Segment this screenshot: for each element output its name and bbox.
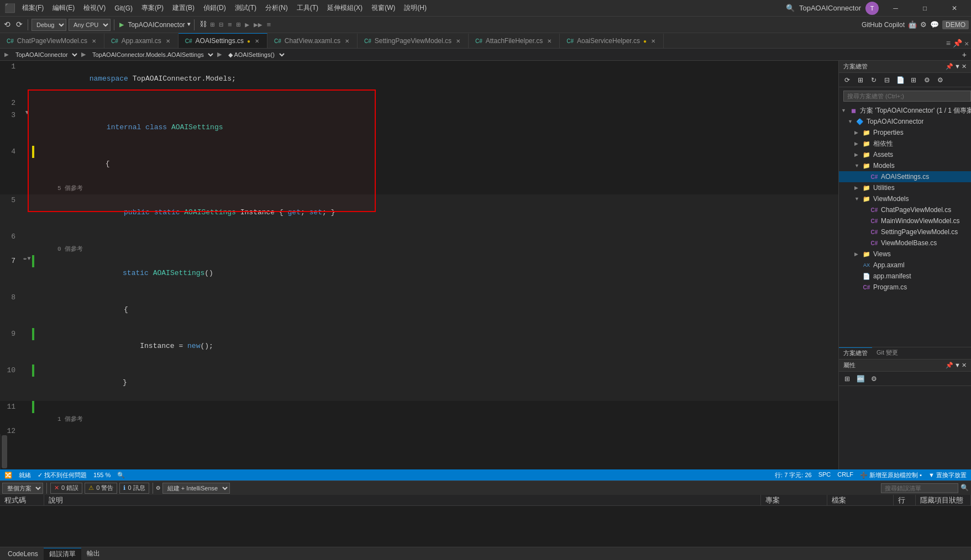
error-search-input[interactable] [881, 483, 958, 493]
minimize-button[interactable]: ─ [883, 0, 908, 17]
title-bar-menu-tools[interactable]: 工具(T) [295, 3, 321, 13]
scrollbar-thumb[interactable] [2, 435, 7, 468]
title-bar-menu-build[interactable]: 建置(B) [170, 3, 197, 13]
maximize-button[interactable]: □ [912, 0, 937, 17]
title-bar-menu-file[interactable]: 檔案(F) [20, 3, 46, 13]
title-bar-menu-project[interactable]: 專案(P) [139, 3, 166, 13]
build-filter-select[interactable]: 組建 + IntelliSense [162, 483, 230, 494]
add-file-icon[interactable]: + [962, 50, 967, 59]
tab-aoaisettings[interactable]: C# AOAISettings.cs ● ✕ [179, 33, 267, 48]
prop-dropdown-icon[interactable]: ▼ [954, 362, 960, 369]
close-button[interactable]: ✕ [942, 0, 967, 17]
tree-item-project[interactable]: ▼ 🔷 TopAOAIConnector [839, 116, 971, 127]
tree-item-program[interactable]: ▶ C# Program.cs [839, 282, 971, 293]
tree-item-utilities[interactable]: ▶ 📁 Utilities [839, 182, 971, 193]
tree-item-solution[interactable]: ▼ ◼ 方案 'TopAOAIConnector' (1 / 1 個專案) [839, 105, 971, 116]
settings-icon[interactable]: ⚙ [920, 20, 927, 29]
se-refresh-btn[interactable]: ↻ [868, 75, 880, 86]
project-nav-select[interactable]: TopAOAIConnector [11, 49, 79, 61]
debug-mode-select[interactable]: Debug [32, 19, 66, 31]
namespace-nav-select[interactable]: TopAOAIConnector.Models.AOAISettings [88, 49, 215, 61]
new-item-button[interactable]: ➕ 新增至原始檔控制 ▪ [860, 471, 922, 479]
toolbar-redo-icon[interactable]: ⟳ [14, 20, 24, 29]
tree-item-views[interactable]: ▶ 📁 Views [839, 249, 971, 260]
toolbar-undo-icon[interactable]: ⟲ [2, 20, 12, 29]
error-col-file[interactable]: 檔案 [827, 495, 894, 505]
feedback-icon[interactable]: 💬 [930, 20, 939, 29]
no-issues-indicator[interactable]: ✓ 找不到任何問題 [38, 471, 87, 479]
bottom-tab-output[interactable]: 輸出 [81, 548, 106, 560]
error-col-desc[interactable]: 說明 [44, 495, 761, 505]
filter-options-icon[interactable]: ⚙ [156, 484, 160, 492]
copilot-icon[interactable]: 🤖 [908, 20, 917, 29]
pin-icon[interactable]: 📌 [953, 39, 962, 48]
tab-solution-explorer-bottom[interactable]: 方案總管 [839, 347, 872, 359]
tree-item-properties[interactable]: ▶ 📁 Properties [839, 127, 971, 138]
bottom-tab-errorlist[interactable]: 錯誤清單 [44, 548, 81, 560]
platform-select[interactable]: Any CPU [69, 19, 111, 31]
close-panel-icon[interactable]: ✕ [964, 39, 969, 48]
tab-aoaiservicehelper[interactable]: C# AoaiServiceHelper.cs ● ✕ [560, 34, 664, 48]
tree-item-deps[interactable]: ▶ 📁 相依性 [839, 138, 971, 149]
tree-item-settingpageviewmodel[interactable]: ▶ C# SettingPageViewModel.cs [839, 226, 971, 237]
tab-appaxaml-close[interactable]: ✕ [165, 38, 171, 44]
se-showfile-btn[interactable]: 📄 [894, 75, 906, 86]
zoom-level[interactable]: 155 % [93, 472, 111, 478]
error-col-hidden[interactable]: 隱藏項目狀態 [916, 495, 971, 505]
github-copilot-label[interactable]: GitHub Copilot [862, 21, 905, 29]
se-git-btn[interactable]: ⚙ [921, 75, 933, 86]
warning-count-button[interactable]: ⚠ 0 警告 [85, 483, 117, 494]
se-collapse-btn[interactable]: ⊟ [881, 75, 893, 86]
panel-pin-icon[interactable]: 📌 [946, 63, 953, 70]
readonly-toggle[interactable]: ▼ 置換字放置 [928, 471, 967, 479]
title-bar-menu-window[interactable]: 視窗(W) [369, 3, 397, 13]
title-bar-menu-test[interactable]: 測試(T) [233, 3, 259, 13]
error-col-project[interactable]: 專案 [761, 495, 827, 505]
tab-chatpageviewmodel-close[interactable]: ✕ [91, 38, 97, 44]
prop-settings-btn[interactable]: ⚙ [868, 373, 880, 384]
tab-attachfilehelper[interactable]: C# AttachFileHelper.cs ✕ [469, 34, 560, 48]
collapse-icon-3[interactable]: ▼ [25, 109, 29, 116]
tab-git-changes-bottom[interactable]: Git 變更 [872, 347, 902, 359]
tab-attachfilehelper-close[interactable]: ✕ [546, 38, 553, 44]
title-bar-menu-view[interactable]: 檢視(V) [81, 3, 108, 13]
user-avatar[interactable]: T [865, 2, 879, 15]
tab-aoaisettings-close[interactable]: ✕ [254, 38, 260, 44]
se-filter-btn[interactable]: ⊞ [907, 75, 920, 86]
encoding-indicator[interactable]: SPC [818, 471, 831, 479]
title-bar-menu-edit[interactable]: 編輯(E) [50, 3, 77, 13]
error-scope-select[interactable]: 整個方案 [2, 483, 43, 494]
se-settings-btn[interactable]: ⚙ [934, 75, 946, 86]
panel-dropdown-icon[interactable]: ▼ [954, 63, 960, 70]
error-col-code[interactable]: 程式碼 [0, 495, 44, 505]
title-bar-menu-extensions[interactable]: 延伸模組(X) [325, 3, 365, 13]
tree-item-models[interactable]: ▼ 📁 Models [839, 160, 971, 171]
tree-item-appmanifest[interactable]: ▶ 📄 app.manifest [839, 271, 971, 282]
prop-alpha-btn[interactable]: 🔤 [854, 373, 867, 384]
tree-item-aoaisettings[interactable]: ▶ C# AOAISettings.cs [839, 171, 971, 182]
tab-chatpageviewmodel[interactable]: C# ChatPageViewModel.cs ✕ [0, 34, 104, 48]
editor-scrollbar[interactable] [0, 434, 8, 469]
error-col-line[interactable]: 行 [894, 495, 916, 505]
tab-settingpageviewmodel[interactable]: C# SettingPageViewModel.cs ✕ [358, 34, 469, 48]
tree-item-viewmodelbase[interactable]: ▶ C# ViewModelBase.cs [839, 237, 971, 249]
code-editor[interactable]: 1 namespace TopAOAIConnector.Models; 2 [0, 61, 838, 434]
tree-item-chatpageviewmodel[interactable]: ▶ C# ChatPageViewModel.cs [839, 204, 971, 215]
tab-aoaiservicehelper-close[interactable]: ✕ [650, 38, 657, 44]
tab-appaxaml[interactable]: C# App.axaml.cs ✕ [104, 34, 179, 48]
se-search-input[interactable] [843, 91, 971, 102]
title-bar-menu-analyze[interactable]: 分析(N) [263, 3, 290, 13]
tree-item-assets[interactable]: ▶ 📁 Assets [839, 149, 971, 160]
se-sync-btn[interactable]: ⟳ [841, 75, 853, 86]
tab-settingpageviewmodel-close[interactable]: ✕ [455, 38, 461, 44]
prop-categories-btn[interactable]: ⊞ [841, 373, 853, 384]
prop-pin-icon[interactable]: 📌 [946, 362, 953, 369]
bottom-tab-codelens[interactable]: CodeLens [2, 548, 44, 560]
tree-item-mainwindowviewmodel[interactable]: ▶ C# MainWindowViewModel.cs [839, 215, 971, 226]
se-prop-btn[interactable]: ⊞ [854, 75, 867, 86]
method-nav-select[interactable]: ◆ AOAISettings() [224, 49, 286, 61]
toolbar-dropdown-icon[interactable]: ▼ [187, 22, 191, 28]
prop-close-icon[interactable]: ✕ [962, 362, 967, 369]
info-count-button[interactable]: ℹ 0 訊息 [119, 483, 149, 494]
title-bar-menu-help[interactable]: 說明(H) [402, 3, 429, 13]
